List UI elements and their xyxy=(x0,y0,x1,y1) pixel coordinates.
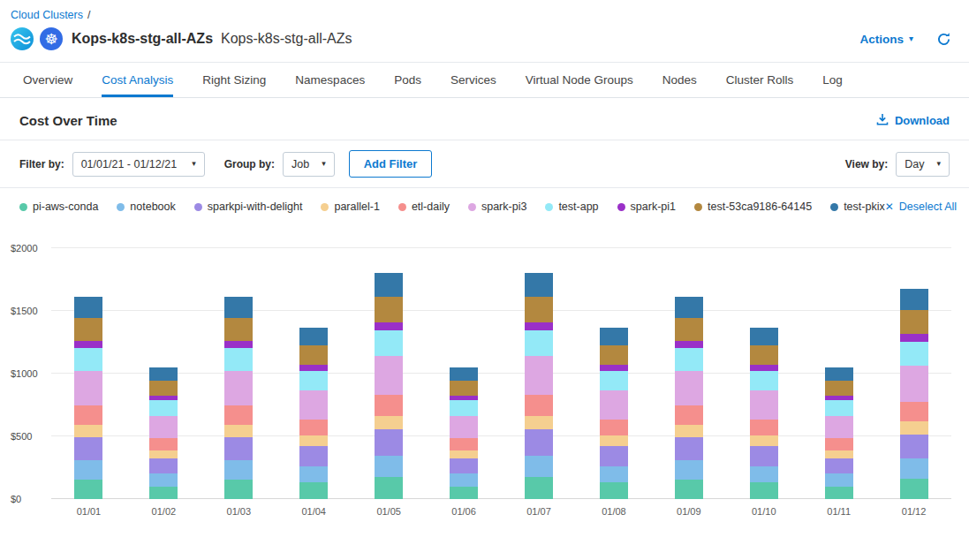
bar-segment-spark-pi3[interactable] xyxy=(900,366,928,402)
bar-segment-test-pkix[interactable] xyxy=(299,328,328,345)
bar-segment-spark-pi3[interactable] xyxy=(750,390,778,420)
bar-segment-test-app[interactable] xyxy=(224,348,253,371)
tab-cost-analysis[interactable]: Cost Analysis xyxy=(102,63,173,97)
bar-segment-notebook[interactable] xyxy=(750,466,778,483)
bar-segment-spark-pi3[interactable] xyxy=(149,416,178,438)
bar-segment-etl-daily[interactable] xyxy=(600,420,628,435)
bar-segment-etl-daily[interactable] xyxy=(825,438,853,450)
bar-segment-parallel-1[interactable] xyxy=(74,425,102,437)
bar-segment-sparkpi-with-delight[interactable] xyxy=(74,437,102,460)
bar-segment-parallel-1[interactable] xyxy=(600,435,628,446)
bar-segment-sparkpi-with-delight[interactable] xyxy=(600,446,628,465)
bar-segment-test-app[interactable] xyxy=(375,330,403,356)
tab-cluster-rolls[interactable]: Cluster Rolls xyxy=(726,63,794,97)
legend-item-test-pkix[interactable]: test-pkix xyxy=(830,201,885,213)
bar-segment-etl-daily[interactable] xyxy=(525,395,553,416)
bar-segment-parallel-1[interactable] xyxy=(825,450,853,458)
bar-segment-test-pkix[interactable] xyxy=(675,297,703,317)
bar-segment-test-53ca9186-64145[interactable] xyxy=(149,381,178,396)
bar-01-09[interactable] xyxy=(675,297,703,499)
bar-segment-pi-aws-conda[interactable] xyxy=(675,480,703,499)
tab-services[interactable]: Services xyxy=(450,63,496,97)
bar-segment-spark-pi1[interactable] xyxy=(675,341,703,348)
bar-segment-notebook[interactable] xyxy=(299,466,328,483)
bar-segment-sparkpi-with-delight[interactable] xyxy=(675,437,703,460)
bar-segment-etl-daily[interactable] xyxy=(149,438,178,450)
bar-segment-notebook[interactable] xyxy=(900,458,928,479)
bar-segment-test-pkix[interactable] xyxy=(825,367,853,381)
bar-segment-spark-pi1[interactable] xyxy=(600,365,628,371)
bar-segment-pi-aws-conda[interactable] xyxy=(299,482,328,499)
bar-segment-test-pkix[interactable] xyxy=(74,297,102,317)
bar-segment-test-app[interactable] xyxy=(750,371,778,390)
bar-segment-parallel-1[interactable] xyxy=(675,425,703,437)
bar-segment-pi-aws-conda[interactable] xyxy=(600,482,628,499)
bar-01-12[interactable] xyxy=(900,289,928,499)
bar-segment-test-app[interactable] xyxy=(149,400,178,415)
bar-segment-etl-daily[interactable] xyxy=(74,405,102,424)
bar-segment-etl-daily[interactable] xyxy=(750,420,778,435)
bar-01-04[interactable] xyxy=(299,328,328,499)
bar-segment-test-53ca9186-64145[interactable] xyxy=(525,297,553,322)
bar-segment-test-pkix[interactable] xyxy=(600,328,628,345)
bar-segment-etl-daily[interactable] xyxy=(675,405,703,424)
bar-segment-sparkpi-with-delight[interactable] xyxy=(224,437,253,460)
bar-01-08[interactable] xyxy=(600,328,628,499)
bar-segment-test-app[interactable] xyxy=(600,371,628,390)
bar-01-10[interactable] xyxy=(750,328,778,499)
bar-segment-sparkpi-with-delight[interactable] xyxy=(149,458,178,473)
bar-segment-test-pkix[interactable] xyxy=(375,273,403,296)
legend-item-spark-pi3[interactable]: spark-pi3 xyxy=(468,201,526,213)
bar-segment-spark-pi1[interactable] xyxy=(750,365,778,371)
bar-segment-test-app[interactable] xyxy=(900,342,928,366)
legend-item-notebook[interactable]: notebook xyxy=(117,201,175,213)
bar-segment-test-pkix[interactable] xyxy=(900,289,928,310)
bar-segment-test-pkix[interactable] xyxy=(224,297,253,317)
refresh-icon[interactable] xyxy=(936,32,951,47)
bar-01-01[interactable] xyxy=(74,297,102,499)
bar-segment-spark-pi3[interactable] xyxy=(224,371,253,405)
bar-segment-etl-daily[interactable] xyxy=(900,402,928,421)
legend-item-etl-daily[interactable]: etl-daily xyxy=(398,201,450,213)
bar-segment-spark-pi1[interactable] xyxy=(900,334,928,341)
legend-item-test-app[interactable]: test-app xyxy=(545,201,598,213)
bar-01-02[interactable] xyxy=(149,367,178,499)
bar-segment-spark-pi1[interactable] xyxy=(375,322,403,330)
bar-segment-test-pkix[interactable] xyxy=(750,328,778,345)
tab-nodes[interactable]: Nodes xyxy=(662,63,697,97)
bar-segment-test-53ca9186-64145[interactable] xyxy=(900,310,928,334)
bar-segment-notebook[interactable] xyxy=(450,473,478,486)
bar-segment-test-53ca9186-64145[interactable] xyxy=(675,318,703,341)
group-by-select[interactable]: Job ▾ xyxy=(283,152,335,177)
bar-segment-test-pkix[interactable] xyxy=(149,367,178,381)
bar-segment-notebook[interactable] xyxy=(675,460,703,480)
bar-segment-notebook[interactable] xyxy=(600,466,628,483)
bar-segment-pi-aws-conda[interactable] xyxy=(750,482,778,499)
bar-segment-sparkpi-with-delight[interactable] xyxy=(825,458,853,473)
bar-01-06[interactable] xyxy=(450,367,478,499)
bar-segment-sparkpi-with-delight[interactable] xyxy=(525,429,553,455)
bar-segment-notebook[interactable] xyxy=(149,473,178,486)
view-by-select[interactable]: Day ▾ xyxy=(896,152,950,177)
download-button[interactable]: Download xyxy=(876,113,950,128)
bar-01-07[interactable] xyxy=(525,273,553,499)
bar-segment-test-app[interactable] xyxy=(675,348,703,371)
tab-pods[interactable]: Pods xyxy=(394,63,421,97)
bar-segment-spark-pi3[interactable] xyxy=(450,416,478,438)
bar-segment-parallel-1[interactable] xyxy=(525,416,553,430)
bar-segment-test-app[interactable] xyxy=(450,400,478,415)
legend-item-parallel-1[interactable]: parallel-1 xyxy=(321,201,379,213)
bar-segment-test-53ca9186-64145[interactable] xyxy=(750,345,778,365)
bar-segment-test-app[interactable] xyxy=(299,371,328,390)
bar-segment-parallel-1[interactable] xyxy=(450,450,478,458)
bar-segment-spark-pi3[interactable] xyxy=(675,371,703,405)
bar-segment-test-pkix[interactable] xyxy=(525,273,553,296)
bar-segment-etl-daily[interactable] xyxy=(375,395,403,416)
bar-segment-test-53ca9186-64145[interactable] xyxy=(74,318,102,341)
date-range-select[interactable]: 01/01/21 - 01/12/21 ▾ xyxy=(72,152,205,177)
bar-segment-sparkpi-with-delight[interactable] xyxy=(450,458,478,473)
bar-segment-test-53ca9186-64145[interactable] xyxy=(600,345,628,365)
bar-segment-spark-pi1[interactable] xyxy=(74,341,102,348)
tab-virtual-node-groups[interactable]: Virtual Node Groups xyxy=(526,63,633,97)
legend-item-spark-pi1[interactable]: spark-pi1 xyxy=(617,201,676,213)
